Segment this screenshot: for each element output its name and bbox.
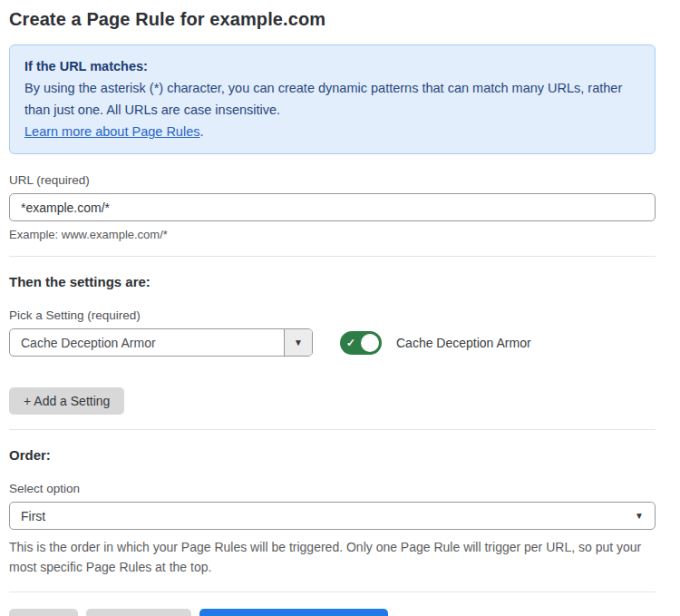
check-icon: ✓ xyxy=(346,337,355,348)
info-box-heading: If the URL matches: xyxy=(24,55,640,77)
save-draft-button[interactable]: Save as Draft xyxy=(86,609,192,616)
url-match-info-box: If the URL matches: By using the asteris… xyxy=(9,44,656,154)
page-title: Create a Page Rule for example.com xyxy=(9,9,656,30)
chevron-down-icon: ▼ xyxy=(635,511,644,521)
save-deploy-button[interactable]: Save and Deploy Page Rule xyxy=(199,609,388,616)
order-select-value: First xyxy=(21,509,45,523)
setting-picker-label: Pick a Setting (required) xyxy=(9,308,656,322)
link-suffix: . xyxy=(199,124,203,139)
learn-more-link[interactable]: Learn more about Page Rules xyxy=(24,124,199,139)
divider xyxy=(9,592,656,592)
cancel-button[interactable]: Cancel xyxy=(9,609,78,616)
divider xyxy=(9,256,656,257)
order-section-heading: Order: xyxy=(9,447,656,463)
settings-section-heading: Then the settings are: xyxy=(9,274,656,289)
setting-toggle[interactable]: ✓ xyxy=(340,331,382,355)
chevron-down-icon[interactable]: ▼ xyxy=(284,329,312,356)
setting-toggle-label: Cache Deception Armor xyxy=(396,336,531,350)
setting-picker-value: Cache Deception Armor xyxy=(10,329,284,356)
order-helper-text: This is the order in which your Page Rul… xyxy=(9,537,656,577)
setting-picker-dropdown[interactable]: Cache Deception Armor ▼ xyxy=(9,328,313,357)
toggle-knob xyxy=(359,332,381,354)
info-box-link-line: Learn more about Page Rules. xyxy=(24,121,640,142)
order-select[interactable]: First ▼ xyxy=(9,502,656,530)
add-setting-button[interactable]: + Add a Setting xyxy=(9,387,124,415)
url-field-label: URL (required) xyxy=(9,173,656,187)
footer-buttons: Cancel Save as Draft Save and Deploy Pag… xyxy=(9,609,656,616)
page-rule-form: Create a Page Rule for example.com If th… xyxy=(0,0,680,616)
order-select-label: Select option xyxy=(9,482,656,495)
setting-row: Cache Deception Armor ▼ ✓ Cache Deceptio… xyxy=(9,328,656,357)
url-helper-text: Example: www.example.com/* xyxy=(9,228,656,241)
url-input[interactable] xyxy=(9,193,656,221)
info-box-body: By using the asterisk (*) character, you… xyxy=(24,77,640,121)
divider xyxy=(9,429,656,430)
